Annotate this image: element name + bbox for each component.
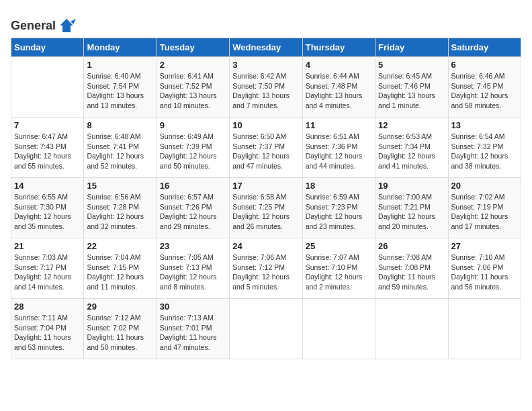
day-info: Sunrise: 6:44 AM Sunset: 7:48 PM Dayligh… (306, 72, 363, 109)
logo: General (11, 16, 76, 32)
day-info: Sunrise: 6:46 AM Sunset: 7:45 PM Dayligh… (451, 72, 508, 109)
calendar-cell: 23Sunrise: 7:05 AM Sunset: 7:13 PM Dayli… (157, 238, 229, 299)
day-info: Sunrise: 6:51 AM Sunset: 7:36 PM Dayligh… (306, 132, 363, 170)
day-info: Sunrise: 7:04 AM Sunset: 7:15 PM Dayligh… (87, 253, 144, 291)
day-info: Sunrise: 6:48 AM Sunset: 7:41 PM Dayligh… (87, 132, 144, 170)
day-info: Sunrise: 7:05 AM Sunset: 7:13 PM Dayligh… (160, 253, 217, 291)
day-header-wednesday: Wednesday (230, 38, 302, 57)
calendar-cell: 18Sunrise: 6:59 AM Sunset: 7:23 PM Dayli… (302, 178, 375, 238)
day-number: 6 (451, 60, 518, 70)
day-header-saturday: Saturday (448, 38, 521, 57)
calendar-cell: 14Sunrise: 6:55 AM Sunset: 7:30 PM Dayli… (11, 178, 84, 238)
day-number: 5 (378, 60, 445, 70)
day-info: Sunrise: 6:40 AM Sunset: 7:54 PM Dayligh… (87, 72, 144, 109)
day-number: 12 (378, 120, 445, 130)
calendar-cell: 15Sunrise: 6:56 AM Sunset: 7:28 PM Dayli… (84, 178, 157, 238)
day-info: Sunrise: 7:08 AM Sunset: 7:08 PM Dayligh… (378, 253, 435, 291)
calendar-cell: 26Sunrise: 7:08 AM Sunset: 7:08 PM Dayli… (375, 238, 448, 299)
calendar-cell: 10Sunrise: 6:50 AM Sunset: 7:37 PM Dayli… (230, 118, 302, 178)
calendar-cell: 27Sunrise: 7:10 AM Sunset: 7:06 PM Dayli… (448, 238, 521, 299)
day-number: 1 (87, 60, 153, 70)
calendar-cell: 2Sunrise: 6:41 AM Sunset: 7:52 PM Daylig… (157, 57, 229, 118)
day-number: 19 (378, 181, 445, 191)
calendar-cell: 29Sunrise: 7:12 AM Sunset: 7:02 PM Dayli… (84, 299, 157, 359)
calendar-cell (448, 299, 521, 359)
calendar-cell: 16Sunrise: 6:57 AM Sunset: 7:26 PM Dayli… (157, 178, 229, 238)
day-number: 13 (451, 120, 518, 130)
day-number: 9 (160, 120, 226, 130)
day-info: Sunrise: 7:10 AM Sunset: 7:06 PM Dayligh… (451, 253, 508, 291)
day-info: Sunrise: 6:54 AM Sunset: 7:32 PM Dayligh… (451, 132, 508, 170)
calendar-cell: 4Sunrise: 6:44 AM Sunset: 7:48 PM Daylig… (302, 57, 375, 118)
calendar-cell: 12Sunrise: 6:53 AM Sunset: 7:34 PM Dayli… (375, 118, 448, 178)
calendar-cell (375, 299, 448, 359)
day-number: 16 (160, 181, 226, 191)
calendar-cell (302, 299, 375, 359)
svg-marker-0 (60, 19, 73, 32)
day-number: 2 (160, 60, 226, 70)
day-header-thursday: Thursday (302, 38, 375, 57)
day-info: Sunrise: 6:47 AM Sunset: 7:43 PM Dayligh… (14, 132, 71, 170)
day-number: 22 (87, 241, 153, 251)
day-number: 29 (87, 302, 153, 312)
day-info: Sunrise: 6:55 AM Sunset: 7:30 PM Dayligh… (14, 193, 71, 230)
day-number: 25 (306, 241, 372, 251)
day-info: Sunrise: 6:58 AM Sunset: 7:25 PM Dayligh… (232, 193, 290, 230)
day-number: 24 (232, 241, 299, 251)
calendar-cell (230, 299, 302, 359)
day-number: 28 (14, 302, 81, 312)
day-info: Sunrise: 6:59 AM Sunset: 7:23 PM Dayligh… (306, 193, 363, 230)
calendar-cell: 20Sunrise: 7:02 AM Sunset: 7:19 PM Dayli… (448, 178, 521, 238)
calendar-cell: 21Sunrise: 7:03 AM Sunset: 7:17 PM Dayli… (11, 238, 84, 299)
calendar-cell: 7Sunrise: 6:47 AM Sunset: 7:43 PM Daylig… (11, 118, 84, 178)
logo-icon (57, 16, 76, 35)
calendar-cell: 9Sunrise: 6:49 AM Sunset: 7:39 PM Daylig… (157, 118, 229, 178)
calendar-cell: 1Sunrise: 6:40 AM Sunset: 7:54 PM Daylig… (84, 57, 157, 118)
day-header-sunday: Sunday (11, 38, 84, 57)
day-info: Sunrise: 7:03 AM Sunset: 7:17 PM Dayligh… (14, 253, 71, 291)
day-info: Sunrise: 6:49 AM Sunset: 7:39 PM Dayligh… (160, 132, 217, 170)
day-number: 3 (232, 60, 299, 70)
day-number: 8 (87, 120, 153, 130)
logo-general: General (11, 19, 56, 33)
day-number: 30 (160, 302, 226, 312)
calendar-cell: 3Sunrise: 6:42 AM Sunset: 7:50 PM Daylig… (230, 57, 302, 118)
day-number: 10 (232, 120, 299, 130)
day-header-monday: Monday (84, 38, 157, 57)
day-number: 23 (160, 241, 226, 251)
day-info: Sunrise: 6:56 AM Sunset: 7:28 PM Dayligh… (87, 193, 144, 230)
day-info: Sunrise: 6:53 AM Sunset: 7:34 PM Dayligh… (378, 132, 435, 170)
day-info: Sunrise: 7:02 AM Sunset: 7:19 PM Dayligh… (451, 193, 508, 230)
day-number: 27 (451, 241, 518, 251)
day-number: 15 (87, 181, 153, 191)
day-number: 14 (14, 181, 81, 191)
day-number: 17 (232, 181, 299, 191)
calendar-cell: 30Sunrise: 7:13 AM Sunset: 7:01 PM Dayli… (157, 299, 229, 359)
calendar-cell: 17Sunrise: 6:58 AM Sunset: 7:25 PM Dayli… (230, 178, 302, 238)
calendar-cell: 6Sunrise: 6:46 AM Sunset: 7:45 PM Daylig… (448, 57, 521, 118)
day-info: Sunrise: 7:00 AM Sunset: 7:21 PM Dayligh… (378, 193, 435, 230)
day-info: Sunrise: 7:06 AM Sunset: 7:12 PM Dayligh… (232, 253, 290, 291)
day-info: Sunrise: 6:41 AM Sunset: 7:52 PM Dayligh… (160, 72, 217, 109)
calendar-cell: 5Sunrise: 6:45 AM Sunset: 7:46 PM Daylig… (375, 57, 448, 118)
day-number: 21 (14, 241, 81, 251)
day-info: Sunrise: 6:45 AM Sunset: 7:46 PM Dayligh… (378, 72, 435, 109)
calendar-cell: 19Sunrise: 7:00 AM Sunset: 7:21 PM Dayli… (375, 178, 448, 238)
day-info: Sunrise: 6:57 AM Sunset: 7:26 PM Dayligh… (160, 193, 217, 230)
day-number: 26 (378, 241, 445, 251)
svg-marker-1 (71, 19, 76, 24)
day-header-tuesday: Tuesday (157, 38, 229, 57)
day-info: Sunrise: 7:11 AM Sunset: 7:04 PM Dayligh… (14, 314, 71, 351)
calendar-cell: 28Sunrise: 7:11 AM Sunset: 7:04 PM Dayli… (11, 299, 84, 359)
day-header-friday: Friday (375, 38, 448, 57)
calendar-cell: 11Sunrise: 6:51 AM Sunset: 7:36 PM Dayli… (302, 118, 375, 178)
day-info: Sunrise: 7:07 AM Sunset: 7:10 PM Dayligh… (306, 253, 363, 291)
calendar-cell: 22Sunrise: 7:04 AM Sunset: 7:15 PM Dayli… (84, 238, 157, 299)
calendar-cell: 8Sunrise: 6:48 AM Sunset: 7:41 PM Daylig… (84, 118, 157, 178)
calendar-cell: 25Sunrise: 7:07 AM Sunset: 7:10 PM Dayli… (302, 238, 375, 299)
day-number: 11 (306, 120, 372, 130)
day-number: 7 (14, 120, 81, 130)
day-info: Sunrise: 6:42 AM Sunset: 7:50 PM Dayligh… (232, 72, 290, 109)
day-number: 4 (306, 60, 372, 70)
calendar-cell (11, 57, 84, 118)
